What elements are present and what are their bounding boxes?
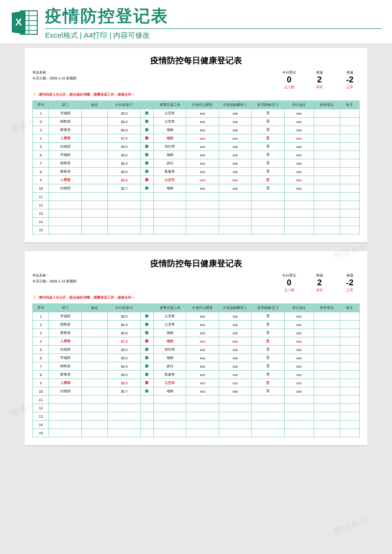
table-row: 2销售部36.4公交车xxxxxx否xxx	[33, 321, 360, 329]
table-header: 联系电话	[314, 101, 340, 109]
table-header: 序号	[33, 304, 49, 312]
stat-block: 体温2异常	[310, 273, 329, 293]
status-dot-ok	[145, 153, 148, 156]
status-dot-alert	[145, 339, 148, 343]
status-dot-ok	[145, 161, 148, 165]
table-header: 今日体温/℃	[108, 304, 141, 312]
sheet-title: 疫情防控每日健康登记表	[32, 258, 360, 269]
table-row: 3财务部36.8地铁xxxxxx否xxx	[33, 329, 360, 337]
status-dot-ok	[145, 356, 148, 359]
table-row: 12	[33, 201, 360, 209]
table-row: 5行政部36.5自行车xxxxxx否xxx	[33, 143, 360, 151]
table-row: 4人事部37.9地铁xxxxxx是xxx	[33, 134, 360, 143]
health-table: 序号部门姓名今日体温/℃搭乘交通工具中途经过哪里中途接触哪些人是否咳嗽/乏力居住…	[32, 101, 360, 234]
table-row: 11	[33, 396, 360, 404]
table-row: 10行政部36.7地铁xxxxxx否xxx	[33, 184, 360, 193]
status-dot-ok	[145, 373, 148, 376]
table-row: 11	[33, 193, 360, 201]
table-header: 今日体温/℃	[108, 101, 141, 109]
header-subtitle: Excel格式 | A4打印 | 内容可修改	[45, 28, 382, 40]
table-row: 15	[33, 226, 360, 234]
date-row: 今天日期：2028-1-13 星期四	[32, 279, 76, 284]
table-header: 姓名	[82, 101, 108, 109]
svg-text:X: X	[15, 17, 22, 27]
status-dot-ok	[145, 348, 148, 351]
table-header: 是否咳嗽/乏力	[251, 304, 284, 312]
table-header	[141, 304, 154, 312]
table-row: 10行政部36.7地铁xxxxxx否xxx	[33, 387, 360, 396]
table-header: 备注	[340, 101, 359, 109]
table-header: 中途经过哪里	[186, 304, 219, 312]
warning-text: ！请扫码进入办公区，配合做好消毒、测量体温工作，谢谢合作！	[32, 294, 360, 301]
status-dot-ok	[145, 389, 148, 393]
table-row: 9人事部38.3公交车xxxxxx是xxx	[33, 379, 360, 387]
table-header	[141, 101, 154, 109]
table-header: 备注	[340, 304, 359, 312]
table-row: 13	[33, 209, 360, 218]
table-row: 7销售部36.4步行xxxxxx否xxx	[33, 159, 360, 168]
stat-block: 体温-2正常	[340, 273, 360, 293]
status-dot-ok	[145, 111, 148, 115]
table-header: 搭乘交通工具	[153, 101, 186, 109]
table-header: 中途接触哪些人	[219, 101, 252, 109]
table-row: 14	[33, 421, 360, 429]
table-row: 1市场部36.5公交车xxxxxx否xxx	[33, 312, 360, 321]
table-header: 姓名	[82, 304, 108, 312]
page-header: X 疫情防控登记表 Excel格式 | A4打印 | 内容可修改	[0, 0, 392, 43]
stat-block: 体温-2正常	[340, 70, 360, 90]
status-dot-ok	[145, 323, 148, 326]
table-header: 中途接触哪些人	[219, 304, 252, 312]
table-header: 中途经过哪里	[186, 101, 219, 109]
date-row: 今天日期：2028-1-13 星期四	[32, 76, 76, 81]
table-header: 居住地址	[284, 101, 314, 109]
table-row: 14	[33, 218, 360, 226]
table-row: 7销售部36.4步行xxxxxx否xxx	[33, 362, 360, 371]
stat-block: 体温2异常	[310, 70, 329, 90]
warning-text: ！请扫码进入办公区，配合做好消毒、测量体温工作，谢谢合作！	[32, 91, 360, 98]
table-header: 联系电话	[314, 304, 340, 312]
table-header: 是否咳嗽/乏力	[251, 101, 284, 109]
header-title: 疫情防控登记表	[45, 5, 382, 27]
status-dot-ok	[145, 314, 148, 318]
table-header: 部门	[49, 101, 82, 109]
status-dot-ok	[145, 145, 148, 148]
table-row: 15	[33, 429, 360, 437]
unit-label: 单位名称：	[32, 70, 76, 75]
status-dot-ok	[145, 331, 148, 334]
status-dot-ok	[145, 364, 148, 368]
table-header: 序号	[33, 101, 49, 109]
sheet-1: 疫情防控每日健康登记表单位名称：今天日期：2028-1-13 星期四今日登记0总…	[24, 48, 368, 242]
table-row: 4人事部37.9地铁xxxxxx是xxx	[33, 337, 360, 346]
table-row: 6市场部36.6地铁xxxxxx否xxx	[33, 354, 360, 362]
table-header: 搭乘交通工具	[153, 304, 186, 312]
table-row: 8财务部36.6私家车xxxxxx否xxx	[33, 371, 360, 379]
table-row: 13	[33, 412, 360, 421]
health-table: 序号部门姓名今日体温/℃搭乘交通工具中途经过哪里中途接触哪些人是否咳嗽/乏力居住…	[32, 303, 360, 437]
status-dot-ok	[145, 186, 148, 190]
pages-container: 疫情防控每日健康登记表单位名称：今天日期：2028-1-13 星期四今日登记0总…	[0, 43, 392, 459]
table-row: 12	[33, 404, 360, 412]
unit-label: 单位名称：	[32, 273, 76, 278]
table-row: 8财务部36.6私家车xxxxxx否xxx	[33, 168, 360, 176]
status-dot-alert	[145, 381, 148, 384]
sheet-2: 疫情防控每日健康登记表单位名称：今天日期：2028-1-13 星期四今日登记0总…	[24, 251, 368, 445]
status-dot-alert	[145, 136, 148, 140]
table-row: 1市场部36.5公交车xxxxxx否xxx	[33, 109, 360, 118]
warning-icon: ！	[32, 294, 37, 301]
stat-block: 今日登记0总人数	[279, 70, 299, 90]
table-row: 6市场部36.6地铁xxxxxx否xxx	[33, 151, 360, 159]
table-row: 2销售部36.4公交车xxxxxx否xxx	[33, 118, 360, 126]
table-header: 部门	[49, 304, 82, 312]
table-row: 3财务部36.8地铁xxxxxx否xxx	[33, 126, 360, 134]
excel-icon: X	[10, 9, 39, 36]
status-dot-ok	[145, 120, 148, 123]
status-dot-ok	[145, 170, 148, 173]
watermark: 熊猫办公	[332, 514, 369, 537]
status-dot-ok	[145, 128, 148, 131]
status-dot-alert	[145, 178, 148, 181]
sheet-title: 疫情防控每日健康登记表	[32, 55, 360, 66]
table-header: 居住地址	[284, 304, 314, 312]
stat-block: 今日登记0总人数	[279, 273, 299, 293]
warning-icon: ！	[32, 91, 37, 98]
table-row: 9人事部38.3公交车xxxxxx是xxx	[33, 176, 360, 184]
